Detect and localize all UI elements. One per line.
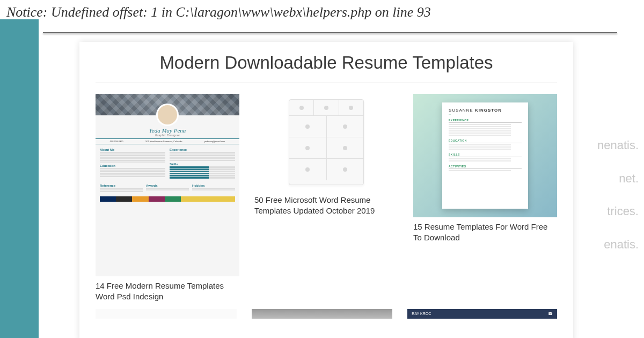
template-item[interactable]: Yeda May Pena Graphic Designer 098-958-0…	[96, 94, 239, 303]
content-card: Modern Downloadable Resume Templates Yed…	[79, 42, 573, 338]
resume-thumbnail-1[interactable]: Yeda May Pena Graphic Designer 098-958-0…	[96, 94, 239, 276]
section-heading: EDUCATION	[449, 139, 522, 143]
dresser-icon	[289, 99, 364, 185]
section-heading: Reference	[100, 184, 143, 187]
resume-name: Yeda May Pena	[96, 127, 239, 134]
resume-thumbnail-2[interactable]	[254, 94, 398, 190]
resume-row2-name: RAY KROC	[412, 312, 431, 315]
template-caption[interactable]: 14 Free Modern Resume Templates Word Psd…	[96, 281, 239, 303]
resume-thumbnail-4[interactable]	[96, 309, 237, 319]
template-grid: Yeda May Pena Graphic Designer 098-958-0…	[96, 94, 557, 303]
resume-page-mock: SUSANNE KINGSTON — EXPERIENCE EDUCATION …	[442, 102, 528, 209]
page-title: Modern Downloadable Resume Templates	[96, 53, 557, 73]
section-heading: SKILLS	[449, 153, 522, 157]
resume-role: Graphic Designer	[96, 134, 239, 137]
php-error-notice: Notice: Undefined offset: 1 in C:\larago…	[6, 4, 431, 20]
template-grid-row-2: RAY KROC ☎	[96, 309, 557, 319]
resume-thumbnail-6[interactable]: RAY KROC ☎	[407, 309, 557, 319]
section-heading: EXPERIENCE	[449, 119, 522, 123]
section-heading: About Me	[100, 148, 165, 151]
phone-icon: ☎	[548, 312, 553, 316]
resume-thumbnail-3[interactable]: SUSANNE KINGSTON — EXPERIENCE EDUCATION …	[413, 94, 557, 217]
avatar	[156, 104, 179, 126]
section-heading: Skills	[170, 163, 235, 166]
section-heading: ACTIVITIES	[449, 165, 522, 169]
app-icons-strip	[100, 196, 235, 202]
teal-sidebar-stripe	[0, 19, 39, 338]
title-divider	[96, 83, 557, 83]
section-heading: Education	[100, 164, 165, 167]
resume-thumbnail-5[interactable]	[252, 309, 393, 319]
section-heading: Awards	[146, 184, 189, 187]
template-caption[interactable]: 50 Free Microsoft Word Resume Templates …	[254, 195, 398, 217]
section-heading: Experience	[170, 148, 235, 151]
template-item[interactable]: 50 Free Microsoft Word Resume Templates …	[254, 94, 398, 303]
top-divider	[43, 32, 617, 33]
resume-contact: 098-958-0360 501 Hood Avenue Somerset, C…	[96, 138, 239, 144]
section-heading: Hobbies	[192, 184, 235, 187]
template-caption[interactable]: 15 Resume Templates For Word Free To Dow…	[413, 222, 557, 244]
resume-subline: —	[449, 113, 522, 115]
template-item[interactable]: SUSANNE KINGSTON — EXPERIENCE EDUCATION …	[413, 94, 557, 303]
